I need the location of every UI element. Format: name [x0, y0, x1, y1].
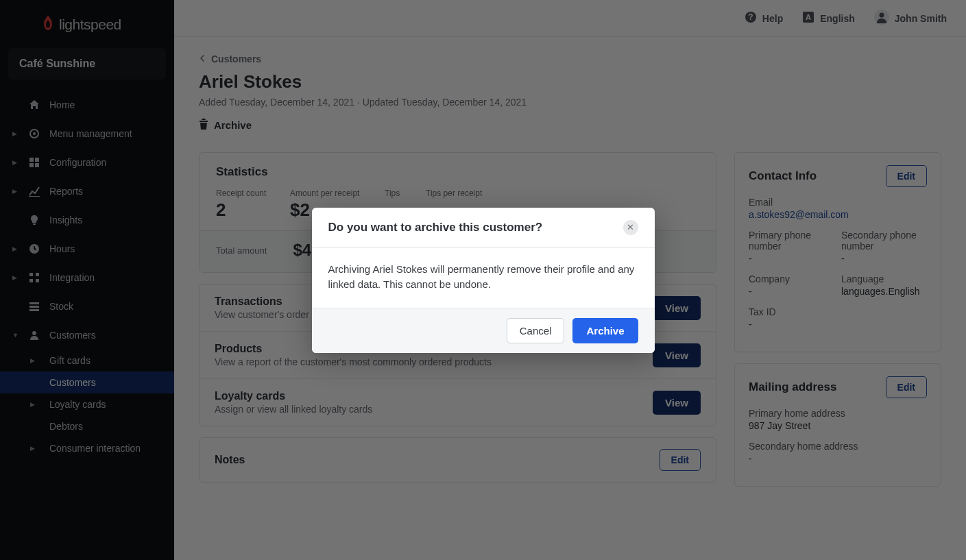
- close-icon: ✕: [627, 222, 634, 232]
- modal-title: Do you want to archive this customer?: [328, 221, 543, 234]
- archive-modal: Do you want to archive this customer? ✕ …: [312, 208, 655, 353]
- modal-overlay[interactable]: Do you want to archive this customer? ✕ …: [0, 0, 966, 560]
- modal-body: Archiving Ariel Stokes will permanently …: [312, 248, 655, 308]
- modal-archive-button[interactable]: Archive: [572, 318, 638, 343]
- modal-cancel-button[interactable]: Cancel: [507, 318, 565, 343]
- modal-close-button[interactable]: ✕: [623, 220, 638, 235]
